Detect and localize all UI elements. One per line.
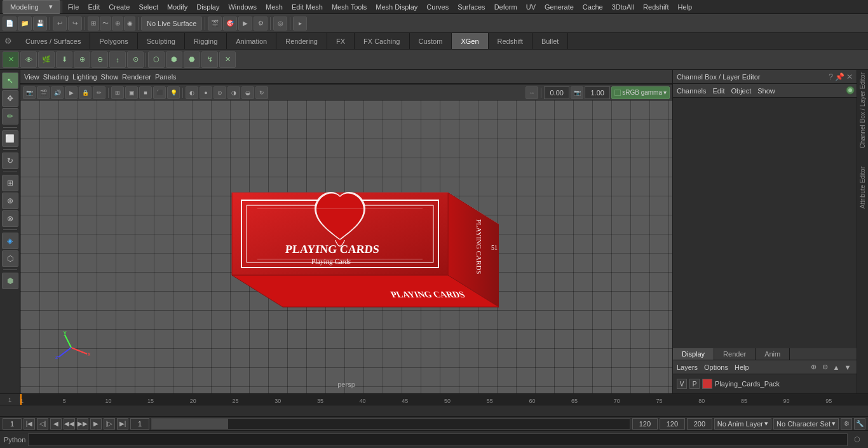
vp-wire-btn[interactable]: ▣: [125, 86, 138, 99]
menu-mesh[interactable]: Mesh: [261, 3, 287, 11]
viewport-canvas[interactable]: PLAYING CARDS Playing Cards PLAYING CARD…: [20, 100, 672, 393]
tab-anim[interactable]: Anim: [756, 348, 790, 360]
menu-cache[interactable]: Cache: [578, 3, 607, 11]
tab-animation[interactable]: Animation: [227, 33, 276, 50]
vp-tex-btn[interactable]: ⬛: [153, 86, 166, 99]
snap-view-btn[interactable]: ◉: [124, 17, 135, 31]
render-btn[interactable]: 🎬: [208, 17, 222, 31]
tab-bullet[interactable]: Bullet: [532, 33, 569, 50]
layer-up-icon[interactable]: ▲: [831, 362, 841, 372]
vp-anim-btn[interactable]: ▶: [65, 86, 78, 99]
layer-color-swatch[interactable]: [702, 379, 712, 389]
vp-menu-renderer[interactable]: Renderer: [122, 73, 151, 81]
frame-fwd-btn[interactable]: ▶: [90, 418, 102, 430]
cb-close-icon[interactable]: ✕: [846, 72, 853, 81]
vp-menu-view[interactable]: View: [24, 73, 39, 81]
snap-grid-btn[interactable]: ⊞: [88, 17, 99, 31]
tab-xgen[interactable]: XGen: [452, 33, 488, 50]
sub-tab-options[interactable]: Options: [704, 363, 728, 371]
xgen-icon-12[interactable]: ↯: [201, 51, 218, 68]
tab-rendering[interactable]: Rendering: [276, 33, 327, 50]
vp-one-input[interactable]: [585, 86, 610, 99]
display-all-btn[interactable]: ◎: [273, 17, 287, 31]
tool9-btn[interactable]: ⊞: [2, 175, 18, 191]
menu-deform[interactable]: Deform: [490, 3, 522, 11]
frame-start-input[interactable]: [3, 418, 22, 430]
menu-uv[interactable]: UV: [522, 3, 540, 11]
tab-redshift[interactable]: Redshift: [489, 33, 532, 50]
menu-windows[interactable]: Windows: [224, 3, 261, 11]
select-tool-btn[interactable]: ↖: [2, 72, 18, 89]
menu-mesh-display[interactable]: Mesh Display: [371, 3, 422, 11]
tab-curves-surfaces[interactable]: Curves / Surfaces: [17, 33, 90, 50]
move-tool-btn[interactable]: ✥: [2, 90, 18, 107]
vp-ao-btn[interactable]: ●: [200, 86, 212, 99]
xgen-icon-9[interactable]: ⬡: [148, 51, 165, 68]
frame-next-key-btn[interactable]: |▷: [104, 418, 115, 430]
menu-display[interactable]: Display: [192, 3, 224, 11]
cb-tab-show[interactable]: Show: [757, 87, 775, 95]
tab-custom[interactable]: Custom: [410, 33, 452, 50]
redo-btn[interactable]: ↪: [68, 17, 82, 31]
vp-solid-btn[interactable]: ■: [139, 86, 152, 99]
anim-prefs-btn[interactable]: 🔧: [854, 418, 865, 430]
extra1-btn[interactable]: ▸: [293, 17, 307, 31]
vp-audio-btn[interactable]: 🔊: [51, 86, 64, 99]
xgen-icon-7[interactable]: ↕: [109, 51, 126, 68]
sub-tab-help[interactable]: Help: [735, 363, 749, 371]
timeline-scroll-thumb[interactable]: [152, 419, 228, 429]
python-input[interactable]: [28, 433, 848, 446]
vp-grid-btn[interactable]: ⊞: [111, 86, 124, 99]
snap-point-btn[interactable]: ⊕: [112, 17, 123, 31]
vp-menu-lighting[interactable]: Lighting: [72, 73, 97, 81]
vp-menu-panels[interactable]: Panels: [155, 73, 177, 81]
layer-visibility-btn[interactable]: V: [677, 379, 687, 389]
cb-tab-edit[interactable]: Edit: [712, 87, 724, 95]
xgen-icon-13[interactable]: ✕: [219, 51, 236, 68]
tab-fx-caching[interactable]: FX Caching: [355, 33, 409, 50]
tab-render[interactable]: Render: [714, 348, 756, 360]
menu-generate[interactable]: Generate: [540, 3, 578, 11]
xgen-icon-5[interactable]: ⊕: [74, 51, 90, 68]
range-end-input[interactable]: [687, 418, 712, 430]
layer-add-icon[interactable]: ⊕: [808, 362, 818, 372]
tool12-btn[interactable]: ◈: [2, 233, 18, 249]
live-surface-btn[interactable]: No Live Surface: [141, 17, 202, 31]
play-fwd-btn[interactable]: ▶▶: [77, 418, 88, 430]
vp-film-btn[interactable]: 🎬: [37, 86, 50, 99]
ipr-btn[interactable]: 🎯: [223, 17, 237, 31]
frame-back-btn[interactable]: ◀: [50, 418, 62, 430]
open-file-btn[interactable]: 📁: [18, 17, 32, 31]
menu-surfaces[interactable]: Surfaces: [453, 3, 489, 11]
side-tab-attribute-editor[interactable]: Attribute Editor: [859, 164, 866, 211]
tab-sculpting[interactable]: Sculpting: [138, 33, 185, 50]
vp-paint-btn[interactable]: ✏: [93, 86, 105, 99]
current-frame-input[interactable]: [130, 418, 149, 430]
new-file-btn[interactable]: 📄: [3, 17, 17, 31]
xgen-icon-11[interactable]: ⬣: [184, 51, 200, 68]
tab-display[interactable]: Display: [673, 348, 714, 360]
vp-expose-btn[interactable]: ↔: [526, 86, 538, 99]
color-space-btn[interactable]: sRGB gamma ▾: [611, 86, 670, 99]
render-seq-btn[interactable]: ▶: [238, 17, 252, 31]
sub-tab-layers[interactable]: Layers: [677, 363, 698, 371]
tab-fx[interactable]: FX: [327, 33, 355, 50]
side-tab-channel-box[interactable]: Channel Box / Layer Editor: [859, 70, 866, 151]
cb-pin-icon[interactable]: 📌: [835, 72, 844, 81]
undo-btn[interactable]: ↩: [53, 17, 67, 31]
vp-mo-btn[interactable]: ↻: [255, 86, 268, 99]
menu-modify[interactable]: Modify: [163, 3, 192, 11]
layer-remove-icon[interactable]: ⊖: [820, 362, 830, 372]
xgen-icon-3[interactable]: 🌿: [38, 51, 55, 68]
frame-prev-key-btn[interactable]: ◁|: [37, 418, 48, 430]
menu-edit-mesh[interactable]: Edit Mesh: [287, 3, 327, 11]
xgen-icon-2[interactable]: 👁: [20, 51, 37, 68]
vp-shadow-btn[interactable]: ◑: [227, 86, 240, 99]
cb-tab-channels[interactable]: Channels: [677, 87, 706, 95]
menu-select[interactable]: Select: [134, 3, 163, 11]
timeline-ruler[interactable]: 1 1 5 10 15 20 25 30 35 40 45 50 55 60: [0, 394, 868, 405]
vp-menu-show[interactable]: Show: [101, 73, 119, 81]
xgen-icon-4[interactable]: ⬇: [56, 51, 72, 68]
menu-create[interactable]: Create: [104, 3, 134, 11]
timeline-scrubber[interactable]: 1 5 10 15 20 25 30 35 40 45 50 55 60 65 …: [20, 394, 868, 405]
